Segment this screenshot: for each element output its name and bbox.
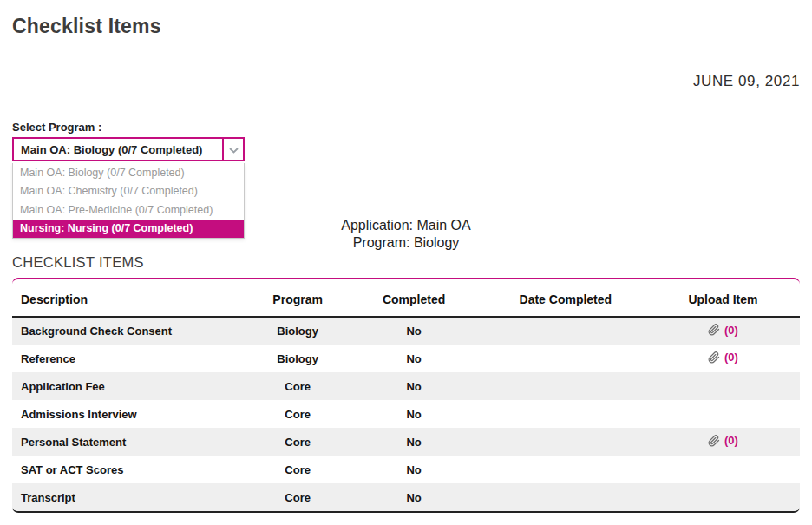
- program-option[interactable]: Main OA: Biology (0/7 Completed): [13, 163, 244, 182]
- cell-date-completed: [485, 428, 646, 456]
- table-row: Application Fee Core No: [12, 372, 800, 400]
- cell-upload: (0): [646, 345, 800, 372]
- cell-upload: (0): [646, 428, 800, 456]
- page-title: Checklist Items: [12, 15, 800, 38]
- cell-completed: No: [343, 345, 484, 372]
- cell-description: Application Fee: [12, 372, 252, 400]
- table-row: Personal Statement Core No (0): [12, 428, 800, 456]
- cell-upload: (0): [646, 317, 800, 345]
- cell-description: Transcript: [12, 483, 252, 511]
- cell-date-completed: [485, 372, 646, 400]
- cell-description: SAT or ACT Scores: [12, 456, 252, 483]
- chevron-down-icon: [229, 141, 239, 157]
- cell-description: Admissions Interview: [12, 400, 252, 428]
- program-option-label: Nursing: Nursing (0/7 Completed): [20, 222, 193, 234]
- table-row: Reference Biology No (0): [12, 345, 800, 372]
- cell-completed: No: [343, 400, 484, 428]
- program-select-area: Select Program : Main OA: Biology (0/7 C…: [12, 121, 245, 161]
- cell-completed: No: [343, 428, 484, 456]
- upload-count: (0): [724, 434, 738, 447]
- cell-completed: No: [343, 317, 484, 345]
- checklist-table-body: Background Check Consent Biology No (0) …: [12, 317, 800, 511]
- table-row: Transcript Core No: [12, 483, 800, 511]
- column-header-upload-item: Upload Item: [646, 279, 800, 317]
- cell-program: Core: [252, 483, 343, 511]
- program-option-label: Main OA: Chemistry (0/7 Completed): [20, 185, 198, 197]
- table-row: Background Check Consent Biology No (0): [12, 317, 800, 345]
- column-header-date-completed: Date Completed: [485, 279, 646, 317]
- table-row: Admissions Interview Core No: [12, 400, 800, 428]
- table-row: SAT or ACT Scores Core No: [12, 456, 800, 483]
- cell-completed: No: [343, 456, 484, 483]
- cell-upload: [646, 400, 800, 428]
- cell-date-completed: [485, 400, 646, 428]
- cell-program: Core: [252, 428, 343, 456]
- upload-count: (0): [724, 324, 738, 337]
- cell-description: Reference: [12, 345, 252, 372]
- cell-date-completed: [485, 317, 646, 345]
- program-option[interactable]: Main OA: Pre-Medicine (0/7 Completed): [13, 200, 244, 220]
- cell-description: Background Check Consent: [12, 317, 252, 345]
- cell-completed: No: [343, 372, 484, 400]
- cell-date-completed: [485, 345, 646, 372]
- cell-program: Core: [252, 372, 343, 400]
- checklist-section-title: CHECKLIST ITEMS: [12, 254, 800, 271]
- checklist-table: Description Program Completed Date Compl…: [12, 278, 800, 513]
- upload-link[interactable]: (0): [708, 324, 738, 337]
- column-header-description: Description: [12, 279, 252, 317]
- paperclip-icon: [708, 435, 720, 447]
- paperclip-icon: [708, 351, 720, 364]
- checklist-page: Checklist Items JUNE 09, 2021 Select Pro…: [0, 15, 812, 513]
- cell-description: Personal Statement: [12, 428, 252, 456]
- cell-program: Core: [252, 456, 343, 483]
- cell-date-completed: [485, 483, 646, 511]
- program-option-label: Main OA: Pre-Medicine (0/7 Completed): [20, 204, 213, 216]
- upload-count: (0): [724, 351, 738, 364]
- cell-date-completed: [485, 456, 646, 483]
- program-dropdown-list: Main OA: Biology (0/7 Completed) Main OA…: [12, 163, 245, 239]
- column-header-program: Program: [252, 279, 343, 317]
- paperclip-icon: [708, 324, 720, 336]
- upload-link[interactable]: (0): [708, 434, 738, 447]
- cell-upload: [646, 483, 800, 511]
- cell-upload: [646, 456, 800, 483]
- table-header-row: Description Program Completed Date Compl…: [12, 279, 800, 317]
- program-select-value: Main OA: Biology (0/7 Completed): [14, 143, 222, 156]
- program-select-arrow[interactable]: [222, 139, 243, 160]
- cell-program: Biology: [252, 317, 343, 345]
- column-header-completed: Completed: [343, 279, 484, 317]
- program-option-label: Main OA: Biology (0/7 Completed): [20, 167, 185, 179]
- upload-link[interactable]: (0): [708, 351, 738, 364]
- program-select[interactable]: Main OA: Biology (0/7 Completed): [12, 137, 245, 161]
- cell-program: Core: [252, 400, 343, 428]
- program-option[interactable]: Main OA: Chemistry (0/7 Completed): [13, 182, 244, 201]
- cell-upload: [646, 372, 800, 400]
- program-select-label: Select Program :: [12, 121, 245, 134]
- program-option[interactable]: Nursing: Nursing (0/7 Completed): [13, 220, 244, 239]
- cell-completed: No: [343, 483, 484, 511]
- cell-program: Biology: [252, 345, 343, 372]
- current-date: JUNE 09, 2021: [12, 73, 800, 90]
